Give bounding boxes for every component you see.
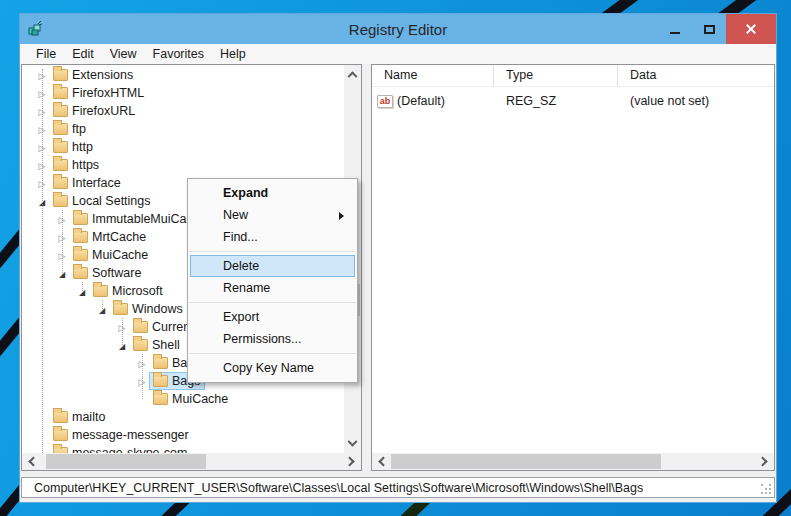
folder-icon [73, 213, 88, 225]
folder-icon [53, 87, 68, 99]
folder-icon [153, 393, 168, 405]
menu-item-find[interactable]: Find... [190, 226, 355, 248]
value-row-default[interactable]: (Default) REG_SZ (value not set) [372, 92, 774, 110]
folder-icon [53, 195, 68, 207]
chevron-left-icon [28, 457, 38, 467]
folder-icon [53, 429, 68, 441]
tree-connector [42, 69, 43, 453]
chevron-right-icon [758, 457, 768, 467]
column-header-data[interactable]: Data [618, 65, 774, 86]
scroll-right-button[interactable] [344, 453, 361, 470]
menu-help[interactable]: Help [212, 45, 254, 63]
menu-favorites[interactable]: Favorites [145, 45, 212, 63]
tree-item-mailto[interactable]: mailto [23, 408, 345, 426]
minimize-button[interactable] [658, 14, 692, 44]
menu-item-new[interactable]: New [190, 204, 355, 226]
folder-icon [73, 267, 88, 279]
folder-icon [113, 303, 128, 315]
resize-grip[interactable] [760, 483, 772, 495]
menu-item-delete[interactable]: Delete [190, 255, 355, 277]
list-horizontal-scrollbar[interactable] [372, 453, 774, 470]
status-path: Computer\HKEY_CURRENT_USER\Software\Clas… [34, 481, 643, 495]
tree-item-muicache-shell[interactable]: MuiCache [23, 390, 345, 408]
folder-icon [53, 141, 68, 153]
title-bar[interactable]: Registry Editor [20, 14, 776, 44]
value-data: (value not set) [618, 94, 774, 108]
value-list-pane: Name Type Data (Default) REG_SZ (value n… [371, 64, 775, 471]
tree-item-message-skype-com[interactable]: message-skype-com [23, 444, 345, 453]
folder-icon [153, 375, 168, 387]
status-bar: Computer\HKEY_CURRENT_USER\Software\Clas… [21, 477, 775, 498]
menu-item-rename[interactable]: Rename [190, 277, 355, 299]
menu-view[interactable]: View [102, 45, 145, 63]
menu-item-copy-key-name[interactable]: Copy Key Name [190, 357, 355, 379]
reg-sz-string-icon [377, 95, 393, 108]
tree-connector [142, 354, 143, 399]
menu-file[interactable]: File [28, 45, 64, 63]
tree-connector [62, 210, 63, 273]
chevron-left-icon [378, 457, 388, 467]
tree-connector [82, 282, 83, 291]
folder-icon [73, 231, 88, 243]
close-button[interactable] [726, 14, 776, 44]
tree-item-https[interactable]: https [23, 156, 345, 174]
tree-item-firefoxhtml[interactable]: FirefoxHTML [23, 84, 345, 102]
tree-item-firefoxurl[interactable]: FirefoxURL [23, 102, 345, 120]
tree-item-http[interactable]: http [23, 138, 345, 156]
scroll-right-button[interactable] [757, 453, 774, 470]
folder-icon [53, 177, 68, 189]
chevron-up-icon [348, 71, 358, 81]
list-header: Name Type Data [372, 65, 774, 87]
folder-icon [53, 69, 68, 81]
chevron-down-icon [348, 437, 358, 447]
menu-separator [189, 302, 356, 303]
scroll-up-button[interactable] [344, 65, 361, 82]
folder-icon [133, 339, 148, 351]
scroll-left-button[interactable] [22, 453, 39, 470]
menu-separator [189, 353, 356, 354]
folder-icon [53, 159, 68, 171]
maximize-icon [704, 25, 715, 34]
chevron-right-icon [345, 457, 355, 467]
tree-item-ftp[interactable]: ftp [23, 120, 345, 138]
column-header-name[interactable]: Name [372, 65, 494, 86]
menu-item-expand[interactable]: Expand [190, 182, 355, 204]
tree-connector [122, 318, 123, 345]
tree-item-message-messenger[interactable]: message-messenger [23, 426, 345, 444]
minimize-icon [670, 32, 680, 34]
maximize-button[interactable] [692, 14, 726, 44]
menu-bar: File Edit View Favorites Help [20, 44, 776, 64]
folder-icon [73, 249, 88, 261]
value-type: REG_SZ [494, 94, 618, 108]
tree-horizontal-scrollbar[interactable] [22, 453, 361, 470]
menu-edit[interactable]: Edit [64, 45, 102, 63]
value-name: (Default) [397, 94, 445, 108]
folder-icon [53, 105, 68, 117]
close-icon [745, 23, 757, 35]
scroll-track[interactable] [39, 453, 344, 470]
tree-item-extensions[interactable]: Extensions [23, 66, 345, 84]
registry-editor-window: Registry Editor File Edit View Favorites… [19, 13, 777, 503]
scroll-thumb[interactable] [46, 454, 206, 469]
column-header-type[interactable]: Type [494, 65, 618, 86]
menu-separator [189, 251, 356, 252]
menu-item-export[interactable]: Export [190, 306, 355, 328]
pane-splitter[interactable] [362, 64, 371, 471]
menu-item-permissions[interactable]: Permissions... [190, 328, 355, 350]
scroll-track[interactable] [389, 453, 757, 470]
folder-icon [133, 321, 148, 333]
folder-icon [53, 123, 68, 135]
scroll-left-button[interactable] [372, 453, 389, 470]
folder-icon [53, 411, 68, 423]
scroll-thumb[interactable] [391, 454, 661, 469]
registry-editor-app-icon [26, 20, 44, 38]
tree-connector [102, 300, 103, 309]
folder-icon [153, 357, 168, 369]
context-menu: Expand New Find... Delete Rename Export … [187, 178, 358, 383]
submenu-arrow-icon [339, 212, 344, 220]
folder-icon [93, 285, 108, 297]
scroll-down-button[interactable] [344, 436, 361, 453]
